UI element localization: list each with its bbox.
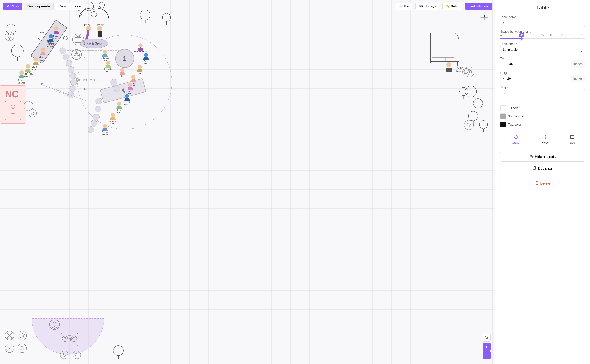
svg-rect-167: [533, 167, 536, 169]
add-element-button[interactable]: + Add element: [465, 3, 492, 10]
zoom-icon[interactable]: [483, 334, 491, 342]
ruler-button[interactable]: 📏 Ruler: [442, 3, 462, 10]
person-piano: [442, 62, 455, 77]
table-shape-select[interactable]: Long table Round table Square table: [500, 46, 585, 53]
hotkeys-label: Hotkeys: [425, 5, 436, 8]
border-color-label: Border color: [508, 115, 525, 118]
width-unit: Inches: [571, 60, 585, 68]
width-input[interactable]: [500, 60, 571, 68]
canvas[interactable]: ✕ Close Seating mode Catering mode 📄 Fil…: [0, 0, 495, 364]
svg-rect-164: [573, 138, 574, 139]
zoom-in-button[interactable]: +: [483, 343, 491, 351]
scissors-icon-2: [5, 331, 14, 340]
delete-button[interactable]: Delete: [500, 179, 585, 188]
svg-point-109: [128, 83, 132, 87]
empty-chair-14: [110, 79, 117, 85]
file-label: File: [404, 5, 409, 8]
svg-point-116: [66, 60, 72, 66]
empty-chair-5: [70, 73, 76, 79]
tree-right1: [161, 13, 172, 25]
angle-input[interactable]: [500, 89, 585, 97]
hotkeys-button[interactable]: ⌨ Hotkeys: [415, 3, 439, 10]
svg-text:Bride: Bride: [84, 24, 91, 27]
file-button[interactable]: 📄 File: [395, 3, 412, 10]
svg-point-142: [460, 87, 468, 96]
svg-point-120: [70, 85, 76, 92]
tree-bottom1: [112, 345, 125, 359]
svg-marker-132: [484, 17, 488, 18]
size-mode-button[interactable]: Size: [568, 133, 577, 146]
svg-point-98: [41, 47, 45, 52]
person-kit: Kit: [118, 67, 126, 77]
slider-labels: 45 55 60 65 75 85 95 105 115: [500, 33, 585, 37]
table-name-input[interactable]: [500, 19, 585, 27]
svg-point-0: [11, 105, 15, 109]
slider-track[interactable]: [500, 38, 585, 39]
measurement-label: 190 inch: [55, 89, 67, 96]
slider-thumb[interactable]: [520, 37, 523, 40]
toolbar: ✕ Close Seating mode Catering mode 📄 Fil…: [0, 0, 495, 13]
plug-icon-bottom: [60, 351, 69, 359]
height-input[interactable]: [500, 75, 571, 82]
catering-mode-label: Catering mode: [58, 4, 81, 8]
tree-right6: [458, 87, 469, 99]
lightbulb-icon-left: [5, 32, 14, 43]
table-shape-label: Table shape: [500, 42, 517, 46]
svg-rect-163: [570, 138, 571, 139]
svg-point-97: [49, 34, 53, 39]
svg-rect-82: [53, 322, 56, 326]
empty-chair-15: [114, 85, 120, 92]
table-shape-wrapper: Long table Round table Square table: [500, 46, 585, 57]
svg-point-110: [125, 94, 129, 98]
person-darrol-frye: DarrolFrye: [32, 56, 40, 71]
table-1-container[interactable]: 1 Maid-of-honor BestMan Carr Kit Mi: [115, 49, 134, 68]
height-input-wrapper: Inches: [500, 75, 585, 82]
person-bestman: BestMan: [142, 52, 150, 65]
tree-right5: [478, 120, 489, 133]
svg-point-107: [103, 50, 107, 54]
svg-marker-158: [543, 136, 544, 137]
empty-chair-13: [88, 126, 94, 133]
move-mode-button[interactable]: Move: [540, 133, 550, 146]
duplicate-button[interactable]: Duplicate: [500, 163, 585, 173]
text-color-swatch[interactable]: [500, 122, 506, 127]
person-izanel-bentez: IzanelBentez: [123, 93, 131, 106]
fill-color-swatch[interactable]: [500, 105, 506, 111]
hide-seats-button[interactable]: Hide all seats: [500, 152, 585, 162]
close-button[interactable]: ✕ Close: [3, 3, 22, 10]
svg-marker-159: [546, 136, 547, 137]
table-1[interactable]: 1: [115, 49, 134, 68]
text-color-label: Text color: [508, 123, 521, 126]
person-simon-doran: SimonDoran: [101, 123, 109, 136]
svg-point-138: [468, 111, 478, 121]
table5-handle-1[interactable]: [63, 36, 68, 40]
seating-mode-button[interactable]: Seating mode: [24, 2, 53, 10]
star-icon-1: [17, 344, 27, 353]
zoom-out-button[interactable]: −: [483, 351, 491, 359]
border-color-swatch[interactable]: [500, 113, 506, 119]
svg-point-102: [138, 43, 143, 47]
svg-line-152: [487, 338, 488, 339]
svg-point-56: [76, 51, 77, 52]
rotation-mode-button[interactable]: Rotation: [509, 133, 523, 146]
svg-point-88: [71, 336, 77, 342]
duplicate-icon: [533, 166, 537, 171]
svg-rect-43: [446, 68, 452, 72]
catering-mode-button[interactable]: Catering mode: [55, 2, 84, 10]
table5-handle-2[interactable]: [26, 72, 31, 76]
person-jessica-wanda: JessicaWanda: [109, 112, 117, 125]
svg-marker-73: [19, 345, 25, 350]
height-unit: Inches: [571, 75, 585, 82]
svg-marker-131: [480, 17, 485, 18]
fill-color-label: Fill color: [508, 106, 519, 110]
svg-line-166: [530, 155, 533, 157]
svg-point-119: [70, 79, 77, 85]
empty-chair-10: [95, 106, 101, 112]
svg-point-23: [11, 45, 23, 57]
seating-mode-label: Seating mode: [27, 4, 50, 8]
width-label: Width: [500, 57, 508, 60]
divider-1: [500, 103, 585, 103]
svg-point-105: [120, 68, 124, 72]
microphone-icon: [49, 320, 60, 332]
empty-chair-12: [91, 120, 97, 127]
